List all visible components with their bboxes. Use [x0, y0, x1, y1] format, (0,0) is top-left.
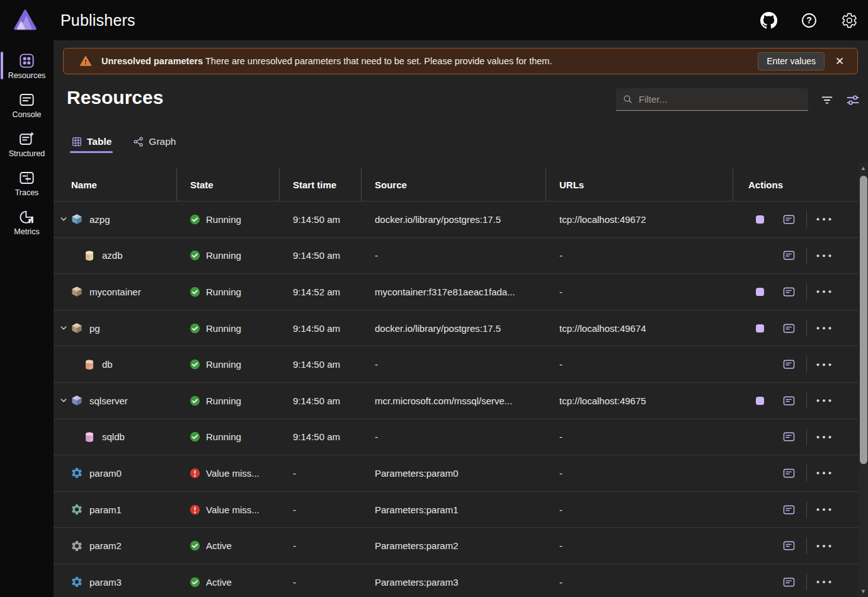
scroll-up-icon[interactable]: ▲ — [859, 164, 868, 173]
graph-icon — [133, 136, 144, 147]
column-header-actions[interactable]: Actions — [733, 168, 859, 201]
start-time: 9:14:50 am — [293, 431, 340, 442]
github-icon[interactable] — [760, 11, 777, 29]
sidebar-item-metrics[interactable]: Metrics — [0, 203, 54, 242]
column-options-icon[interactable] — [844, 92, 862, 108]
console-logs-icon — [782, 322, 796, 335]
console-logs-button[interactable] — [780, 211, 797, 227]
more-actions-button[interactable]: ●●● — [816, 429, 835, 445]
console-logs-button[interactable] — [780, 465, 797, 481]
enter-values-button[interactable]: Enter values — [758, 52, 825, 71]
console-logs-button[interactable] — [780, 574, 797, 590]
stop-button[interactable] — [751, 320, 768, 336]
more-actions-button[interactable]: ●●● — [816, 392, 835, 409]
filter-input[interactable] — [639, 94, 802, 105]
console-logs-button[interactable] — [780, 283, 797, 300]
actions-cell: ●●● — [733, 455, 859, 491]
table-row-param2[interactable]: param2 Active - Parameters:param2 - ●●● — [54, 527, 859, 564]
actions-cell: ●●● — [733, 274, 859, 310]
actions-cell: ●●● — [733, 310, 859, 346]
more-actions-button[interactable]: ●●● — [816, 211, 835, 227]
state-icon — [190, 250, 200, 261]
table-row-sqldb[interactable]: sqldb Running 9:14:50 am - - ●●● — [54, 419, 859, 455]
more-actions-button[interactable]: ●●● — [816, 283, 835, 300]
table-row-param3[interactable]: param3 Active - Parameters:param3 - ●●● — [54, 564, 859, 597]
sidebar-item-console[interactable]: Console — [0, 86, 54, 125]
scrollbar-thumb[interactable] — [860, 176, 867, 464]
column-header-name[interactable]: Name — [54, 168, 176, 201]
sidebar-item-structured[interactable]: Structured — [0, 125, 54, 164]
help-icon[interactable]: ? — [800, 11, 818, 29]
resource-name: mycontainer — [89, 287, 141, 297]
gear-icon — [71, 540, 83, 552]
table-row-sqlserver[interactable]: sqlserver Running 9:14:50 am mcr.microso… — [54, 382, 859, 419]
close-icon[interactable]: ✕ — [831, 52, 848, 70]
source: Parameters:param2 — [375, 540, 459, 551]
console-logs-button[interactable] — [780, 247, 797, 264]
console-logs-button[interactable] — [780, 429, 797, 445]
column-header-urls[interactable]: URLs — [545, 168, 733, 201]
console-logs-button[interactable] — [780, 501, 797, 518]
tab-graph[interactable]: Graph — [129, 134, 180, 153]
source-cell: Parameters:param3 — [361, 564, 545, 597]
table-row-azdb[interactable]: azdb Running 9:14:50 am - - ●●● — [54, 237, 859, 274]
column-header-state[interactable]: State — [176, 168, 279, 201]
name-cell: param3 — [54, 564, 176, 597]
aspire-logo-icon[interactable] — [13, 8, 37, 32]
more-actions-button[interactable]: ●●● — [816, 356, 835, 373]
expand-chevron-icon[interactable] — [57, 214, 70, 224]
table-row-azpg[interactable]: azpg Running 9:14:50 am docker.io/librar… — [54, 201, 859, 237]
more-actions-button[interactable]: ●●● — [816, 247, 835, 264]
urls: tcp://localhost:49674 — [559, 323, 646, 334]
column-header-start-time[interactable]: Start time — [279, 168, 361, 201]
state-label: Active — [206, 540, 232, 551]
tab-table[interactable]: Table — [67, 134, 115, 153]
stop-button[interactable] — [751, 392, 768, 409]
urls-cell: - — [545, 238, 733, 274]
start-time-cell: 9:14:50 am — [279, 383, 361, 419]
expand-chevron-icon[interactable] — [57, 395, 70, 406]
source-cell: Parameters:param0 — [361, 455, 545, 491]
start-time: - — [293, 504, 296, 515]
more-actions-button[interactable]: ●●● — [816, 320, 835, 336]
more-actions-button[interactable]: ●●● — [816, 574, 835, 590]
console-logs-button[interactable] — [780, 320, 797, 336]
stop-button[interactable] — [751, 211, 768, 227]
urls: - — [559, 577, 562, 588]
more-actions-button[interactable]: ●●● — [816, 501, 835, 518]
urls-cell: - — [545, 528, 733, 564]
table-row-mycontainer[interactable]: mycontainer Running 9:14:52 am mycontain… — [54, 273, 859, 310]
filter-icon[interactable] — [818, 92, 836, 108]
console-logs-icon — [782, 430, 796, 443]
settings-icon[interactable] — [840, 11, 858, 29]
stop-icon — [756, 215, 764, 224]
view-tabs: Table Graph — [67, 134, 180, 153]
sidebar-item-traces[interactable]: Traces — [0, 164, 54, 203]
actions-divider — [806, 574, 807, 590]
urls: - — [559, 431, 562, 442]
actions-divider — [806, 283, 807, 300]
start-time-cell: - — [279, 492, 361, 528]
sidebar-item-label: Traces — [15, 188, 39, 197]
name-cell: sqldb — [54, 419, 176, 455]
container-icon — [71, 213, 83, 225]
more-actions-button[interactable]: ●●● — [816, 465, 835, 481]
stop-button[interactable] — [751, 283, 768, 300]
actions-divider — [806, 465, 807, 481]
table-row-db[interactable]: db Running 9:14:50 am - - ●●● — [54, 346, 859, 382]
resource-name: pg — [89, 323, 100, 334]
console-logs-button[interactable] — [780, 538, 797, 554]
console-logs-button[interactable] — [780, 392, 797, 409]
container-icon — [71, 394, 83, 407]
column-header-source[interactable]: Source — [361, 168, 545, 201]
console-logs-button[interactable] — [780, 356, 797, 373]
more-actions-button[interactable]: ●●● — [816, 538, 835, 554]
scroll-down-icon[interactable]: ▼ — [859, 587, 868, 596]
table-row-param1[interactable]: param1 Value miss... - Parameters:param1… — [54, 491, 859, 528]
sidebar-item-resources[interactable]: Resources — [0, 47, 54, 86]
state-cell: Running — [176, 419, 279, 455]
table-row-pg[interactable]: pg Running 9:14:50 am docker.io/library/… — [54, 310, 859, 346]
expand-chevron-icon[interactable] — [57, 323, 70, 333]
console-logs-icon — [782, 539, 796, 552]
table-row-param0[interactable]: param0 Value miss... - Parameters:param0… — [54, 455, 859, 491]
